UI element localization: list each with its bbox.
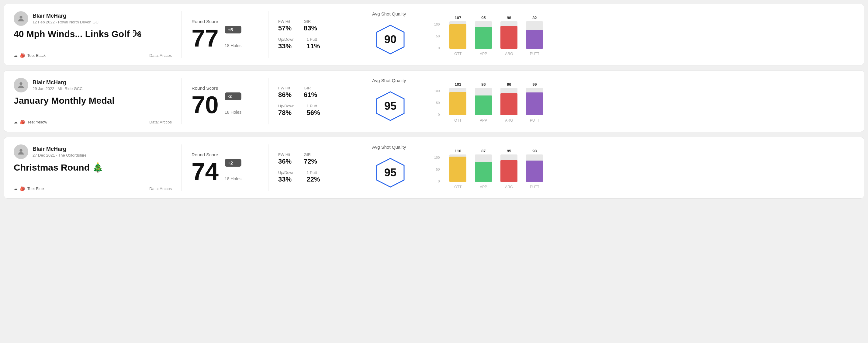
bar-group-app: 86 APP (475, 82, 492, 123)
holes-label: 18 Holes (225, 110, 241, 115)
divider-1 (182, 145, 182, 191)
bar-xlabel-arg: ARG (505, 118, 513, 123)
gir-label: GIR (304, 19, 317, 24)
stat-pair-top: FW Hit 86% GIR 61% (278, 86, 345, 99)
y-label-0: 0 (434, 113, 440, 117)
svg-point-0 (20, 16, 22, 19)
stats-section: FW Hit 86% GIR 61% Up/Down 78% 1 Putt 56… (278, 78, 345, 124)
updown-value: 33% (278, 42, 294, 50)
y-label-50: 50 (434, 167, 440, 171)
score-section: Round Score 70 -2 18 Holes (191, 78, 258, 124)
avatar (14, 11, 28, 26)
bar-value-putt: 82 (532, 15, 537, 20)
bar-fill-putt (526, 92, 543, 115)
shot-quality-section: Avg Shot Quality 95 (372, 78, 421, 124)
data-source: Data: Arccos (149, 120, 172, 124)
user-info: Blair McHarg 12 Feb 2022 · Royal North D… (33, 13, 98, 24)
svg-point-2 (20, 83, 22, 85)
shot-quality-value: 95 (384, 100, 397, 113)
score-number: 74 (191, 159, 219, 184)
score-label: Round Score (191, 19, 258, 24)
fw-hit-value: 57% (278, 24, 291, 32)
chart-section: 100 50 0 101 OTT 86 APP 96 (428, 78, 854, 124)
fw-hit-label: FW Hit (278, 86, 291, 90)
bar-value-putt: 93 (532, 149, 537, 153)
shot-quality-section: Avg Shot Quality 95 (372, 145, 421, 191)
bar-fill-arg (500, 26, 518, 49)
bar-wrapper-ott (450, 154, 466, 182)
bottom-row: ☁ 🎒 Tee: Yellow Data: Arccos (14, 120, 172, 124)
oneputt-label: 1 Putt (306, 170, 320, 175)
bar-xlabel-putt: PUTT (530, 52, 539, 56)
bar-xlabel-ott: OTT (454, 118, 462, 123)
user-icon (17, 81, 25, 89)
bar-value-arg: 96 (507, 82, 511, 87)
fw-hit-value: 86% (278, 91, 291, 99)
date-course: 29 Jan 2022 · Mill Ride GCC (33, 86, 83, 91)
y-label-100: 100 (434, 89, 440, 93)
score-number: 77 (191, 26, 219, 51)
divider-3 (355, 78, 355, 124)
bar-wrapper-putt (526, 154, 543, 182)
bar-wrapper-arg (500, 21, 518, 49)
bag-icon: 🎒 (20, 53, 25, 58)
bar-value-ott: 107 (455, 15, 462, 20)
round-title: January Monthly Medal (14, 95, 172, 106)
shot-quality-label: Avg Shot Quality (372, 78, 406, 83)
date-course: 12 Feb 2022 · Royal North Devon GC (33, 20, 98, 24)
bar-wrapper-putt (526, 21, 543, 49)
bar-value-arg: 98 (507, 15, 511, 20)
tee-label: Tee: Blue (27, 186, 44, 191)
weather-icon: ☁ (14, 120, 18, 124)
stat-pair-bottom: Up/Down 78% 1 Putt 56% (278, 104, 345, 117)
updown-label: Up/Down (278, 37, 294, 42)
stat-gir: GIR 61% (304, 86, 317, 99)
divider-2 (268, 11, 269, 58)
bar-fill-ott (450, 92, 466, 115)
bar-group-arg: 95 ARG (500, 149, 518, 189)
stat-pair-bottom: Up/Down 33% 1 Putt 11% (278, 37, 345, 50)
score-detail: +5 18 Holes (225, 26, 241, 48)
bar-wrapper-ott (450, 88, 466, 115)
bar-fill-arg (500, 160, 518, 182)
stat-fw-hit: FW Hit 57% (278, 19, 291, 32)
stat-pair-top: FW Hit 57% GIR 83% (278, 19, 345, 32)
shot-quality-label: Avg Shot Quality (372, 11, 406, 17)
score-row: 74 +2 18 Holes (191, 159, 258, 184)
bar-wrapper-ott (450, 21, 466, 49)
bar-wrapper-app (475, 88, 492, 115)
oneputt-label: 1 Putt (306, 104, 320, 108)
y-label-100: 100 (434, 23, 440, 26)
score-row: 77 +5 18 Holes (191, 26, 258, 51)
shot-quality-label: Avg Shot Quality (372, 145, 406, 150)
bar-fill-app (475, 95, 492, 115)
user-name: Blair McHarg (33, 80, 83, 86)
bar-xlabel-app: APP (480, 185, 487, 189)
bar-fill-putt (526, 30, 543, 49)
bar-fill-putt (526, 161, 543, 182)
fw-hit-label: FW Hit (278, 19, 291, 24)
bottom-row: ☁ 🎒 Tee: Blue Data: Arccos (14, 186, 172, 191)
gir-value: 61% (304, 91, 317, 99)
bar-fill-app (475, 27, 492, 49)
round-title: Christmas Round 🎄 (14, 162, 172, 173)
bar-group-ott: 101 OTT (450, 82, 466, 123)
bar-value-app: 95 (481, 15, 486, 20)
round-card-round3: Blair McHarg 27 Dec 2021 · The Oxfordshi… (4, 137, 864, 198)
left-section: Blair McHarg 27 Dec 2021 · The Oxfordshi… (14, 145, 172, 191)
user-row: Blair McHarg 29 Jan 2022 · Mill Ride GCC (14, 78, 172, 92)
round-card-round2: Blair McHarg 29 Jan 2022 · Mill Ride GCC… (4, 70, 864, 132)
bar-wrapper-app (475, 21, 492, 49)
oneputt-value: 22% (306, 176, 320, 183)
bar-wrapper-arg (500, 88, 518, 115)
weather-icon: ☁ (14, 186, 18, 191)
divider-1 (182, 11, 182, 58)
avatar (14, 78, 28, 92)
bar-group-ott: 107 OTT (450, 15, 466, 56)
round-title: 40 Mph Winds... Links Golf 🌬 (14, 29, 172, 39)
oneputt-value: 56% (306, 109, 320, 117)
updown-value: 78% (278, 109, 294, 117)
stat-fw-hit: FW Hit 86% (278, 86, 291, 99)
fw-hit-label: FW Hit (278, 152, 291, 157)
stat-pair-bottom: Up/Down 33% 1 Putt 22% (278, 170, 345, 183)
